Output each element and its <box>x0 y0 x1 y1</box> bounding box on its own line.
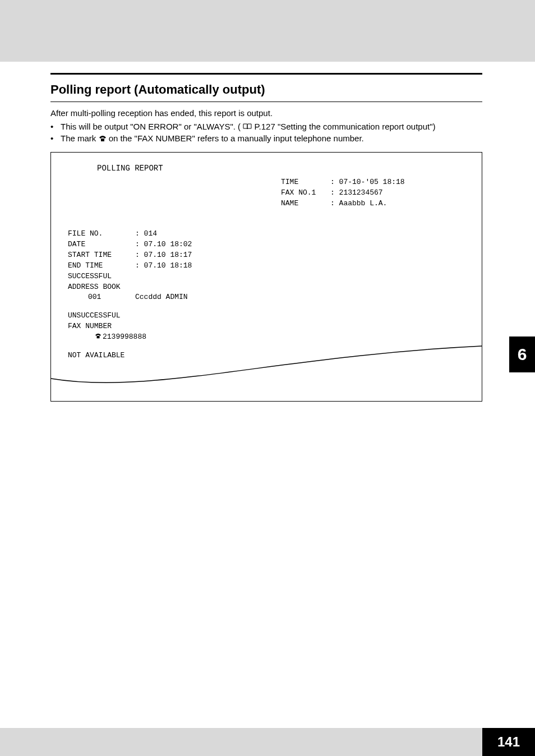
faxno-value: : 2131234567 <box>330 188 383 199</box>
bullet-dot: • <box>50 133 61 145</box>
address-book-label: ADDRESS BOOK <box>68 282 135 293</box>
rule-thin <box>50 102 482 102</box>
not-available-label: NOT AVAILABLE <box>68 351 124 361</box>
report-panel: POLLING REPORT TIME: 07-10-'05 18:18 FAX… <box>50 152 482 402</box>
bullet1-pre: This will be output "ON ERROR" or "ALWAY… <box>61 122 241 131</box>
bullet-list: • This will be output "ON ERROR" or "ALW… <box>50 121 482 145</box>
successful-label: SUCCESSFUL <box>68 271 135 282</box>
addr-id: 001 <box>88 292 135 303</box>
name-value: : Aaabbb L.A. <box>330 199 387 209</box>
name-label: NAME <box>281 199 330 209</box>
fax-number-label: FAX NUMBER <box>68 321 135 332</box>
file-no-value: : 014 <box>135 229 157 239</box>
addr-name: Cccddd ADMIN <box>135 292 188 303</box>
chapter-number: 6 <box>518 345 527 364</box>
unsuccessful-label: UNSUCCESSFUL <box>68 311 135 321</box>
fax-number-value: 2139998888 <box>103 332 146 343</box>
chapter-tab: 6 <box>509 336 535 372</box>
date-label: DATE <box>68 239 135 250</box>
start-value: : 07.10 18:17 <box>135 250 192 261</box>
page-number: 141 <box>497 734 520 750</box>
bullet1-ref: P.127 "Setting the communication report … <box>254 122 435 131</box>
intro-text: After multi-polling reception has ended,… <box>50 108 482 119</box>
bullet2-post: on the "FAX NUMBER" refers to a manually… <box>109 133 364 143</box>
file-no-label: FILE NO. <box>68 229 135 239</box>
time-value: : 07-10-'05 18:18 <box>330 177 405 188</box>
faxno-label: FAX NO.1 <box>281 188 330 199</box>
date-value: : 07.10 18:02 <box>135 239 192 250</box>
book-icon <box>243 122 252 133</box>
header-band <box>0 0 535 62</box>
report-title: POLLING REPORT <box>97 163 465 174</box>
bullet-item: • The mark on the "FAX NUMBER" refers to… <box>50 133 482 145</box>
start-label: START TIME <box>68 250 135 261</box>
time-label: TIME <box>281 177 330 188</box>
phone-icon <box>95 332 102 343</box>
end-value: : 07.10 18:18 <box>135 261 192 271</box>
footer-band <box>0 728 535 756</box>
bullet2-pre: The mark <box>61 133 99 143</box>
bullet-dot: • <box>50 121 61 133</box>
bullet-item: • This will be output "ON ERROR" or "ALW… <box>50 121 482 133</box>
section-title: Polling report (Automatically output) <box>50 82 482 97</box>
page-number-box: 141 <box>482 728 535 756</box>
phone-icon <box>99 133 107 145</box>
end-label: END TIME <box>68 261 135 271</box>
rule-thick <box>50 73 482 75</box>
